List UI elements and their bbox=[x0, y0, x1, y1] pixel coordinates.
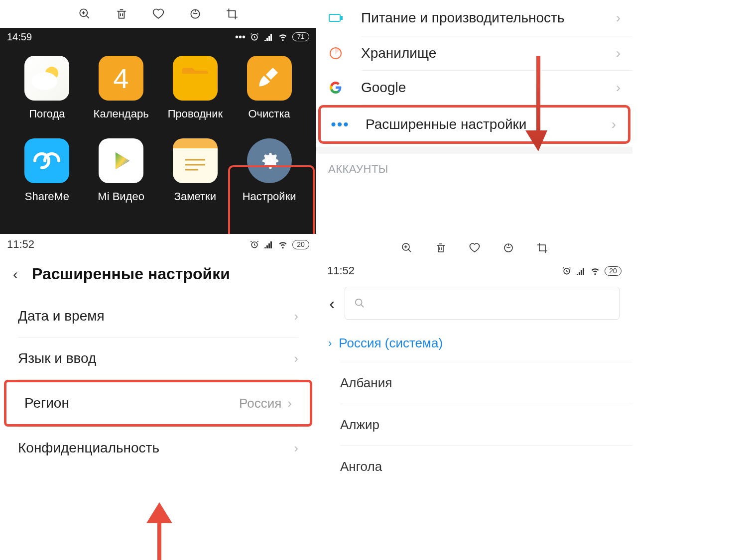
clock: 14:59 bbox=[7, 31, 32, 43]
region-label: Алжир bbox=[340, 417, 379, 432]
wifi-icon bbox=[590, 266, 601, 276]
battery-indicator: 20 bbox=[605, 266, 622, 276]
alarm-icon bbox=[249, 32, 259, 42]
clock: 11:52 bbox=[327, 264, 355, 277]
zoom-icon[interactable] bbox=[78, 7, 91, 20]
brush-icon bbox=[247, 56, 292, 101]
share-icon[interactable] bbox=[502, 242, 514, 254]
clock: 11:52 bbox=[7, 238, 34, 251]
app-label: Проводник bbox=[168, 108, 223, 120]
chevron-right-icon: › bbox=[294, 309, 298, 324]
play-icon bbox=[99, 138, 143, 183]
row-advanced-settings[interactable]: ••• Расширенные настройки › bbox=[318, 105, 630, 144]
app-label: Календарь bbox=[94, 108, 149, 120]
chevron-right-icon: › bbox=[328, 337, 332, 350]
panel-home-screen: 14:59 ••• 71 Погода 4 Календарь bbox=[0, 0, 316, 234]
notes-icon bbox=[173, 138, 218, 183]
region-option[interactable]: Албания bbox=[316, 362, 632, 404]
trash-icon[interactable] bbox=[435, 242, 447, 254]
search-icon bbox=[354, 298, 365, 309]
app-label: Очистка bbox=[248, 108, 290, 120]
dots-icon: ••• bbox=[235, 31, 246, 43]
battery-indicator: 20 bbox=[292, 240, 309, 249]
gear-icon bbox=[247, 138, 292, 183]
app-mivideo[interactable]: Mi Видео bbox=[89, 138, 153, 203]
battery-icon bbox=[328, 10, 343, 25]
row-label: Регион bbox=[24, 395, 69, 411]
row-label: Расширенные настройки bbox=[366, 116, 594, 132]
page-header: ‹ Расширенные настройки bbox=[0, 255, 316, 295]
heart-icon[interactable] bbox=[152, 7, 165, 20]
search-header: ‹ bbox=[316, 280, 632, 325]
pie-icon bbox=[328, 46, 343, 61]
app-notes[interactable]: Заметки bbox=[163, 138, 228, 203]
shareme-icon bbox=[24, 138, 69, 183]
section-accounts: АККАУНТЫ bbox=[316, 154, 632, 181]
app-label: Заметки bbox=[174, 190, 216, 203]
back-button[interactable]: ‹ bbox=[329, 294, 335, 313]
back-button[interactable]: ‹ bbox=[13, 266, 18, 283]
panel-region-picker: 11:52 20 ‹ › Россия (система) Албания Ал… bbox=[316, 234, 632, 560]
weather-icon bbox=[24, 56, 69, 101]
status-bar: 14:59 ••• 71 bbox=[0, 28, 316, 46]
row-label: Google bbox=[361, 80, 598, 96]
panel-settings-list: Питание и производительность › Хранилище… bbox=[316, 0, 632, 234]
region-label: Ангола bbox=[340, 459, 382, 474]
chevron-right-icon: › bbox=[294, 351, 298, 366]
chevron-right-icon: › bbox=[616, 10, 621, 26]
row-label: Дата и время bbox=[18, 308, 105, 324]
share-icon[interactable] bbox=[189, 7, 202, 20]
signal-icon bbox=[263, 32, 273, 42]
app-cleaner[interactable]: Очистка bbox=[237, 56, 301, 120]
app-label: Погода bbox=[29, 108, 65, 120]
dots-icon: ••• bbox=[333, 117, 348, 132]
alarm-icon bbox=[562, 266, 572, 276]
row-language[interactable]: Язык и ввод › bbox=[0, 337, 316, 379]
row-privacy[interactable]: Конфиденциальность › bbox=[0, 427, 316, 469]
svg-point-13 bbox=[356, 299, 362, 306]
row-storage[interactable]: Хранилище › bbox=[316, 36, 632, 70]
status-bar: 11:52 20 bbox=[316, 262, 632, 280]
row-datetime[interactable]: Дата и время › bbox=[0, 295, 316, 337]
trash-icon[interactable] bbox=[115, 7, 128, 20]
row-power[interactable]: Питание и производительность › bbox=[316, 0, 632, 36]
row-google[interactable]: Google › bbox=[316, 71, 632, 105]
chevron-right-icon: › bbox=[616, 45, 621, 61]
row-region[interactable]: Регион Россия› bbox=[4, 380, 312, 427]
row-label: Питание и производительность bbox=[361, 9, 598, 27]
wifi-icon bbox=[277, 239, 288, 249]
home-screen: 14:59 ••• 71 Погода 4 Календарь bbox=[0, 28, 316, 234]
row-label: Хранилище bbox=[361, 45, 598, 61]
crop-icon[interactable] bbox=[536, 242, 548, 254]
app-weather[interactable]: Погода bbox=[15, 56, 79, 120]
gallery-toolbar bbox=[316, 234, 632, 262]
app-shareme[interactable]: ShareMe bbox=[15, 138, 79, 203]
gallery-toolbar bbox=[0, 0, 316, 28]
region-option[interactable]: Алжир bbox=[316, 404, 632, 446]
calendar-icon: 4 bbox=[99, 56, 143, 101]
alarm-icon bbox=[249, 239, 259, 249]
heart-icon[interactable] bbox=[469, 242, 481, 254]
signal-icon bbox=[576, 266, 586, 276]
row-value: Россия bbox=[239, 396, 281, 411]
wifi-icon bbox=[277, 32, 288, 42]
annotation-arrow-up bbox=[144, 500, 174, 560]
region-label: Албания bbox=[340, 375, 392, 390]
app-label: Настройки bbox=[243, 190, 296, 203]
app-label: Mi Видео bbox=[98, 190, 144, 203]
app-files[interactable]: Проводник bbox=[163, 56, 228, 120]
app-label: ShareMe bbox=[25, 190, 69, 203]
region-option[interactable]: Ангола bbox=[316, 446, 632, 487]
row-label: Конфиденциальность bbox=[18, 440, 159, 456]
app-grid: Погода 4 Календарь Проводник Очистка bbox=[0, 46, 316, 208]
current-region[interactable]: › Россия (система) bbox=[316, 325, 632, 362]
current-region-label: Россия (система) bbox=[339, 336, 443, 351]
crop-icon[interactable] bbox=[226, 7, 239, 20]
zoom-icon[interactable] bbox=[401, 242, 413, 254]
battery-indicator: 71 bbox=[292, 32, 309, 41]
svg-rect-6 bbox=[329, 14, 340, 21]
search-input[interactable] bbox=[345, 287, 620, 320]
app-settings[interactable]: Настройки bbox=[237, 138, 301, 203]
signal-icon bbox=[263, 239, 273, 249]
app-calendar[interactable]: 4 Календарь bbox=[89, 56, 153, 120]
